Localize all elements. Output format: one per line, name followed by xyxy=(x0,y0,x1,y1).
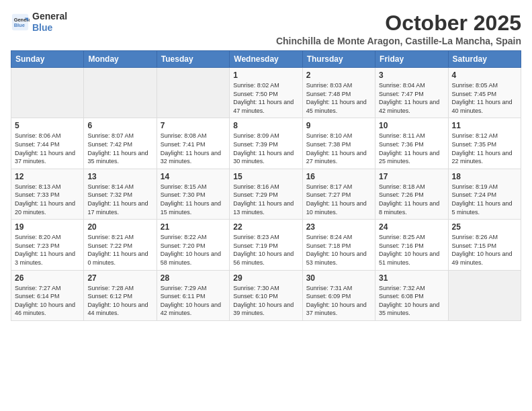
weekday-header-wednesday: Wednesday xyxy=(230,51,302,68)
calendar-cell: 5Sunrise: 8:06 AM Sunset: 7:44 PM Daylig… xyxy=(11,118,84,169)
calendar-cell: 2Sunrise: 8:03 AM Sunset: 7:48 PM Daylig… xyxy=(302,68,375,118)
day-number: 25 xyxy=(452,222,517,232)
day-number: 8 xyxy=(233,121,298,130)
calendar-cell: 30Sunrise: 7:31 AM Sunset: 6:09 PM Dayli… xyxy=(302,270,375,320)
day-number: 15 xyxy=(233,172,298,181)
day-info: Sunrise: 8:12 AM Sunset: 7:35 PM Dayligh… xyxy=(452,132,517,165)
calendar-cell xyxy=(11,68,84,118)
day-info: Sunrise: 7:27 AM Sunset: 6:14 PM Dayligh… xyxy=(15,284,80,318)
logo-text-blue: Blue xyxy=(32,22,67,34)
day-info: Sunrise: 8:03 AM Sunset: 7:48 PM Dayligh… xyxy=(306,81,371,115)
calendar-cell xyxy=(157,68,229,118)
day-number: 20 xyxy=(87,222,152,232)
calendar-week-row: 1Sunrise: 8:02 AM Sunset: 7:50 PM Daylig… xyxy=(11,68,521,118)
day-info: Sunrise: 8:21 AM Sunset: 7:22 PM Dayligh… xyxy=(87,233,152,267)
day-number: 11 xyxy=(452,121,517,130)
calendar-week-row: 19Sunrise: 8:20 AM Sunset: 7:23 PM Dayli… xyxy=(11,220,521,270)
calendar-cell: 23Sunrise: 8:24 AM Sunset: 7:18 PM Dayli… xyxy=(302,220,375,270)
calendar-cell: 3Sunrise: 8:04 AM Sunset: 7:47 PM Daylig… xyxy=(375,68,448,118)
calendar-cell: 27Sunrise: 7:28 AM Sunset: 6:12 PM Dayli… xyxy=(84,270,157,320)
weekday-header-saturday: Saturday xyxy=(448,51,521,68)
day-info: Sunrise: 8:23 AM Sunset: 7:19 PM Dayligh… xyxy=(233,233,298,267)
day-number: 29 xyxy=(233,273,298,283)
weekday-header-monday: Monday xyxy=(84,51,157,68)
calendar-cell: 14Sunrise: 8:15 AM Sunset: 7:30 PM Dayli… xyxy=(157,169,229,219)
day-info: Sunrise: 8:20 AM Sunset: 7:23 PM Dayligh… xyxy=(15,233,80,267)
day-info: Sunrise: 8:26 AM Sunset: 7:15 PM Dayligh… xyxy=(452,233,517,267)
day-number: 26 xyxy=(15,273,80,283)
calendar-cell: 8Sunrise: 8:09 AM Sunset: 7:39 PM Daylig… xyxy=(230,118,302,169)
day-number: 16 xyxy=(306,172,371,181)
calendar-cell: 21Sunrise: 8:22 AM Sunset: 7:20 PM Dayli… xyxy=(157,220,229,270)
calendar-cell: 19Sunrise: 8:20 AM Sunset: 7:23 PM Dayli… xyxy=(11,220,84,270)
day-info: Sunrise: 7:32 AM Sunset: 6:08 PM Dayligh… xyxy=(379,284,444,318)
calendar-header-row: SundayMondayTuesdayWednesdayThursdayFrid… xyxy=(11,51,521,68)
day-info: Sunrise: 8:09 AM Sunset: 7:39 PM Dayligh… xyxy=(233,132,298,165)
day-number: 19 xyxy=(15,222,80,232)
calendar-week-row: 5Sunrise: 8:06 AM Sunset: 7:44 PM Daylig… xyxy=(11,118,521,169)
day-number: 1 xyxy=(233,71,298,80)
day-info: Sunrise: 8:25 AM Sunset: 7:16 PM Dayligh… xyxy=(379,233,444,267)
day-info: Sunrise: 8:02 AM Sunset: 7:50 PM Dayligh… xyxy=(233,81,298,115)
calendar-week-row: 12Sunrise: 8:13 AM Sunset: 7:33 PM Dayli… xyxy=(11,169,521,219)
day-number: 6 xyxy=(87,121,152,130)
day-number: 7 xyxy=(161,121,226,130)
weekday-header-thursday: Thursday xyxy=(302,51,375,68)
calendar-cell: 29Sunrise: 7:30 AM Sunset: 6:10 PM Dayli… xyxy=(230,270,302,320)
day-info: Sunrise: 7:29 AM Sunset: 6:11 PM Dayligh… xyxy=(161,284,226,318)
day-info: Sunrise: 8:06 AM Sunset: 7:44 PM Dayligh… xyxy=(15,132,80,165)
day-number: 5 xyxy=(15,121,80,130)
day-number: 2 xyxy=(306,71,371,80)
svg-text:Blue: Blue xyxy=(14,22,25,28)
calendar-cell: 20Sunrise: 8:21 AM Sunset: 7:22 PM Dayli… xyxy=(84,220,157,270)
calendar-cell xyxy=(84,68,157,118)
calendar-cell: 10Sunrise: 8:11 AM Sunset: 7:36 PM Dayli… xyxy=(375,118,448,169)
day-info: Sunrise: 8:05 AM Sunset: 7:45 PM Dayligh… xyxy=(452,81,517,115)
day-info: Sunrise: 7:28 AM Sunset: 6:12 PM Dayligh… xyxy=(87,284,152,318)
day-info: Sunrise: 8:04 AM Sunset: 7:47 PM Dayligh… xyxy=(379,81,444,115)
weekday-header-friday: Friday xyxy=(375,51,448,68)
calendar-cell: 25Sunrise: 8:26 AM Sunset: 7:15 PM Dayli… xyxy=(448,220,521,270)
page-header: General Blue General Blue October 2025 C… xyxy=(11,11,521,46)
day-number: 28 xyxy=(161,273,226,283)
logo: General Blue General Blue xyxy=(11,11,67,34)
calendar-cell: 4Sunrise: 8:05 AM Sunset: 7:45 PM Daylig… xyxy=(448,68,521,118)
calendar-table: SundayMondayTuesdayWednesdayThursdayFrid… xyxy=(11,50,521,321)
logo-icon: General Blue xyxy=(11,13,30,32)
calendar-cell: 15Sunrise: 8:16 AM Sunset: 7:29 PM Dayli… xyxy=(230,169,302,219)
day-number: 12 xyxy=(15,172,80,181)
calendar-cell: 13Sunrise: 8:14 AM Sunset: 7:32 PM Dayli… xyxy=(84,169,157,219)
day-info: Sunrise: 8:16 AM Sunset: 7:29 PM Dayligh… xyxy=(233,183,298,216)
day-info: Sunrise: 8:22 AM Sunset: 7:20 PM Dayligh… xyxy=(161,233,226,267)
day-info: Sunrise: 8:08 AM Sunset: 7:41 PM Dayligh… xyxy=(161,132,226,165)
calendar-cell: 28Sunrise: 7:29 AM Sunset: 6:11 PM Dayli… xyxy=(157,270,229,320)
day-number: 21 xyxy=(161,222,226,232)
day-number: 18 xyxy=(452,172,517,181)
day-number: 23 xyxy=(306,222,371,232)
day-number: 17 xyxy=(379,172,444,181)
day-info: Sunrise: 8:13 AM Sunset: 7:33 PM Dayligh… xyxy=(15,183,80,216)
calendar-cell: 12Sunrise: 8:13 AM Sunset: 7:33 PM Dayli… xyxy=(11,169,84,219)
day-info: Sunrise: 8:18 AM Sunset: 7:26 PM Dayligh… xyxy=(379,183,444,216)
day-number: 10 xyxy=(379,121,444,130)
calendar-cell xyxy=(448,270,521,320)
calendar-cell: 24Sunrise: 8:25 AM Sunset: 7:16 PM Dayli… xyxy=(375,220,448,270)
day-number: 30 xyxy=(306,273,371,283)
day-number: 9 xyxy=(306,121,371,130)
title-section: October 2025 Chinchilla de Monte Aragon,… xyxy=(276,11,521,46)
day-info: Sunrise: 8:17 AM Sunset: 7:27 PM Dayligh… xyxy=(306,183,371,216)
day-number: 4 xyxy=(452,71,517,80)
calendar-cell: 9Sunrise: 8:10 AM Sunset: 7:38 PM Daylig… xyxy=(302,118,375,169)
day-number: 24 xyxy=(379,222,444,232)
calendar-cell: 7Sunrise: 8:08 AM Sunset: 7:41 PM Daylig… xyxy=(157,118,229,169)
calendar-cell: 22Sunrise: 8:23 AM Sunset: 7:19 PM Dayli… xyxy=(230,220,302,270)
day-info: Sunrise: 8:15 AM Sunset: 7:30 PM Dayligh… xyxy=(161,183,226,216)
calendar-cell: 1Sunrise: 8:02 AM Sunset: 7:50 PM Daylig… xyxy=(230,68,302,118)
weekday-header-tuesday: Tuesday xyxy=(157,51,229,68)
day-number: 14 xyxy=(161,172,226,181)
day-info: Sunrise: 7:31 AM Sunset: 6:09 PM Dayligh… xyxy=(306,284,371,318)
calendar-cell: 18Sunrise: 8:19 AM Sunset: 7:24 PM Dayli… xyxy=(448,169,521,219)
month-title: October 2025 xyxy=(276,11,521,36)
day-number: 3 xyxy=(379,71,444,80)
calendar-cell: 31Sunrise: 7:32 AM Sunset: 6:08 PM Dayli… xyxy=(375,270,448,320)
